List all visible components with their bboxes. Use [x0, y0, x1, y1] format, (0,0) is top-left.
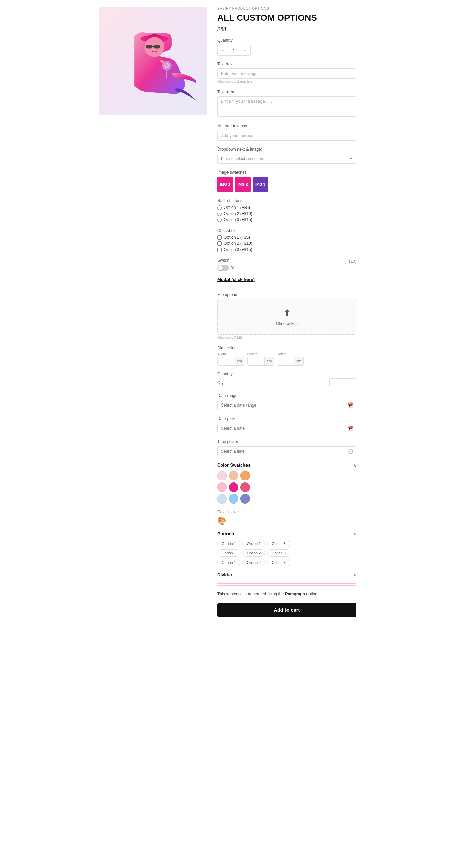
- length-sub-label: Length: [247, 352, 274, 356]
- daterange-input[interactable]: [217, 400, 356, 410]
- switch-value: Yes: [231, 265, 238, 270]
- dimension-row: Width cm Length cm Height: [217, 352, 356, 366]
- option-btn-2-3[interactable]: Option 3: [267, 549, 290, 557]
- color-swatch-5[interactable]: [229, 482, 238, 492]
- option-btn-3-2[interactable]: Option 2: [242, 559, 265, 566]
- quantity-plus-button[interactable]: +: [240, 45, 250, 55]
- datepicker-section: Date picker 📅: [217, 416, 356, 433]
- imageswatches-section: Image swatches IMG 1 IMG 2 IMG 3: [217, 170, 356, 192]
- checkbox-input-3[interactable]: [217, 248, 222, 252]
- colorswatches-chevron-icon: ∧: [353, 463, 356, 468]
- svg-rect-3: [154, 45, 160, 48]
- radio-input-3[interactable]: [217, 218, 222, 222]
- buttons-row-3: Option 1 Option 2 Option 3: [217, 559, 356, 566]
- checkbox-option-3[interactable]: Option 3 (+$15): [217, 247, 356, 252]
- checkbox-input-2[interactable]: [217, 241, 222, 246]
- radio-option-2[interactable]: Option 2 (+$10): [217, 211, 356, 216]
- checkbox-option-2[interactable]: Option 2 (+$10): [217, 241, 356, 246]
- timepicker-input[interactable]: [217, 446, 356, 456]
- quantity-minus-button[interactable]: −: [218, 45, 228, 55]
- checkbox-label-3: Option 3 (+$15): [224, 247, 252, 252]
- height-sub-label: Height: [277, 352, 304, 356]
- length-input[interactable]: [248, 357, 264, 365]
- color-swatch-1[interactable]: [217, 471, 227, 480]
- radio-input-2[interactable]: [217, 212, 222, 216]
- textarea-label: Text area: [217, 90, 356, 94]
- radio-option-1[interactable]: Option 1 (+$5): [217, 205, 356, 210]
- colorswatches-label: Color Swatches: [217, 462, 251, 468]
- length-unit: cm: [264, 357, 274, 365]
- divider-header[interactable]: Divider ∧: [217, 572, 356, 577]
- add-to-cart-button[interactable]: Add to cart: [217, 603, 356, 617]
- height-input[interactable]: [277, 357, 294, 365]
- textbox-label: Text box: [217, 62, 356, 66]
- divider-line-3: [217, 585, 356, 586]
- length-input-wrap: cm: [247, 357, 274, 366]
- timepicker-label: Time picker: [217, 439, 356, 444]
- width-input[interactable]: [218, 357, 235, 365]
- dimension-section: Dimension Width cm Length cm: [217, 346, 356, 366]
- dropdown-select[interactable]: Please select an option: [217, 154, 356, 164]
- product-image-wrapper: [99, 7, 207, 115]
- checkbox-section: Checkbox Option 1 (+$5) Option 2 (+$10) …: [217, 228, 356, 252]
- numberbox-input[interactable]: [217, 131, 356, 141]
- img-swatch-2[interactable]: IMG 2: [235, 177, 251, 192]
- divider-line-2: [217, 583, 356, 584]
- checkbox-input-1[interactable]: [217, 235, 222, 240]
- option-btn-3-1[interactable]: Option 1: [217, 559, 240, 566]
- switch-row: Switch (+$10): [217, 258, 356, 265]
- checkbox-option-1[interactable]: Option 1 (+$5): [217, 235, 356, 240]
- color-swatch-7[interactable]: [217, 494, 227, 504]
- color-swatch-2[interactable]: [229, 471, 238, 480]
- option-btn-2-1[interactable]: Option 1: [217, 549, 240, 557]
- radio-label-3: Option 3 (+$15): [224, 217, 252, 222]
- quantity-section: Quantity − 1 +: [217, 38, 356, 56]
- img-swatch-3[interactable]: IMG 3: [253, 177, 268, 192]
- qty-input[interactable]: [329, 378, 356, 387]
- fileupload-section: File upload ⬆ Choose File Maximum: X MB: [217, 292, 356, 339]
- width-unit: cm: [235, 357, 244, 365]
- buttons-row-2: Option 1 Option 2 Option 3: [217, 549, 356, 557]
- buttons-header[interactable]: Buttons ∧: [217, 531, 356, 536]
- svg-rect-2: [146, 45, 152, 48]
- option-btn-1-3[interactable]: Option 3: [267, 540, 290, 547]
- modal-link[interactable]: Modal (click here): [217, 277, 255, 282]
- color-swatch-grid: [217, 471, 356, 504]
- textbox-section: Text box Maximum: x characters: [217, 62, 356, 83]
- textarea-input[interactable]: [217, 96, 356, 117]
- length-group: Length cm: [247, 352, 274, 366]
- radio-option-3[interactable]: Option 3 (+$15): [217, 217, 356, 222]
- buttons-section: Buttons ∧ Option 1 Option 2 Option 3 Opt…: [217, 531, 356, 566]
- switch-section: Switch (+$10) Yes: [217, 258, 356, 271]
- option-btn-1-2[interactable]: Option 2: [242, 540, 265, 547]
- colorswatches-header[interactable]: Color Swatches ∧: [217, 462, 356, 468]
- color-swatch-3[interactable]: [240, 471, 250, 480]
- upload-icon: ⬆: [283, 308, 291, 319]
- buttons-row-1: Option 1 Option 2 Option 3: [217, 540, 356, 547]
- option-btn-3-3[interactable]: Option 3: [267, 559, 290, 566]
- width-input-wrap: cm: [217, 357, 244, 366]
- fileupload-label: File upload: [217, 292, 356, 297]
- switch-track[interactable]: [217, 265, 229, 271]
- switch-label-row: Yes: [217, 265, 356, 271]
- color-swatch-9[interactable]: [240, 494, 250, 504]
- quantity-controls: − 1 +: [217, 45, 251, 56]
- datepicker-input[interactable]: [217, 423, 356, 433]
- datepicker-label: Date picker: [217, 416, 356, 421]
- qty-field-section: Quantity Qty: [217, 372, 356, 387]
- radio-input-1[interactable]: [217, 205, 222, 210]
- color-swatch-6[interactable]: [240, 482, 250, 492]
- img-swatch-1[interactable]: IMG 1: [217, 177, 233, 192]
- colorpicker-label: Color picker: [217, 510, 356, 514]
- divider-section: Divider ∧: [217, 572, 356, 586]
- color-swatch-4[interactable]: [217, 482, 227, 492]
- color-picker-icon[interactable]: 🎨: [217, 516, 226, 525]
- option-btn-1-1[interactable]: Option 1: [217, 540, 240, 547]
- option-btn-2-2[interactable]: Option 2: [242, 549, 265, 557]
- color-swatch-8[interactable]: [229, 494, 238, 504]
- switch-thumb: [218, 265, 223, 270]
- fileupload-hint: Maximum: X MB: [217, 336, 356, 339]
- textbox-input[interactable]: [217, 68, 356, 79]
- product-details-section: EASIFY PRODUCT OPTIONS ALL CUSTOM OPTION…: [217, 7, 356, 617]
- file-upload-area[interactable]: ⬆ Choose File: [217, 299, 356, 335]
